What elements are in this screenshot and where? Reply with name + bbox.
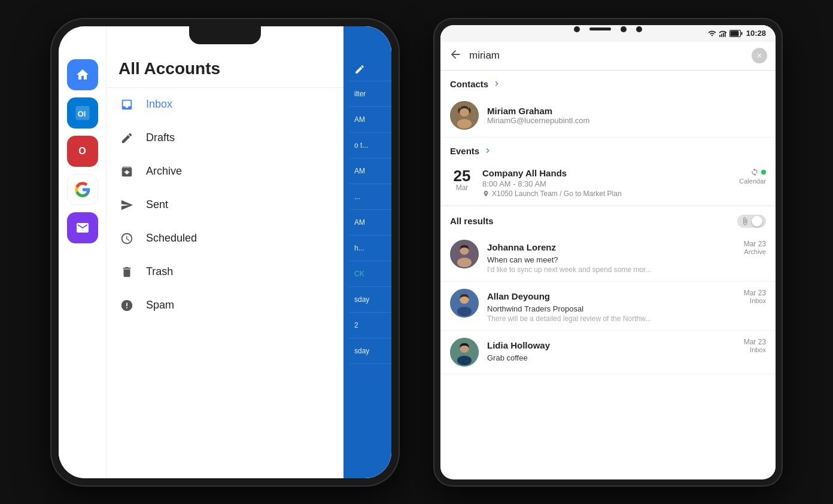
event-day: 25: [450, 168, 474, 184]
android-screen: 10:28 miriam Contacts: [440, 25, 776, 479]
status-icons: 10:28: [708, 29, 766, 38]
result-allan[interactable]: Allan Deyoung Mar 23 Inbox Northwind Tra…: [440, 282, 776, 331]
miriam-name: Miriam Graham: [487, 106, 589, 116]
rp-item9: 2: [349, 313, 391, 338]
allan-avatar: [450, 289, 479, 317]
svg-text:Ol: Ol: [77, 109, 86, 118]
rp-item1: AM: [349, 107, 391, 133]
svg-rect-3: [721, 33, 722, 36]
inbox-icon: [118, 96, 135, 113]
right-partial-panel: ilter AM o t... AM ... AM h... CK sday 2…: [343, 26, 391, 478]
allan-result-top: Allan Deyoung Mar 23 Inbox: [487, 289, 766, 304]
back-button[interactable]: [449, 48, 462, 64]
contacts-label: Contacts: [450, 79, 488, 89]
johanna-result-top: Johanna Lorenz Mar 23 Archive: [487, 240, 766, 255]
all-results-header: All results: [440, 206, 776, 233]
search-results: Contacts: [440, 71, 776, 478]
johanna-folder: Archive: [744, 248, 766, 255]
phones-container: Ol O: [51, 19, 782, 485]
sidebar-outlook-icon[interactable]: Ol: [67, 97, 98, 129]
iphone-screen: Ol O: [59, 26, 391, 478]
lidia-date: Mar 23: [744, 338, 766, 346]
miriam-avatar: [450, 101, 479, 130]
rp-item6: h...: [349, 236, 391, 261]
allan-date: Mar 23: [744, 289, 766, 297]
event-location: X1050 Launch Team / Go to Market Plan: [482, 190, 731, 198]
lidia-result-main: Lidia Holloway Mar 23 Inbox Grab coffee: [487, 338, 766, 362]
lidia-name: Lidia Holloway: [487, 340, 550, 350]
svg-point-20: [457, 356, 472, 365]
sidebar-home-icon[interactable]: [67, 59, 98, 90]
result-lidia[interactable]: Lidia Holloway Mar 23 Inbox Grab coffee: [440, 331, 776, 374]
sent-icon: [118, 197, 135, 213]
sidebar: Ol O: [59, 26, 107, 478]
event-calendar-label: Calendar: [739, 178, 766, 185]
android-device: 10:28 miriam Contacts: [434, 19, 782, 485]
iphone-notch: [189, 26, 261, 44]
svg-point-11: [457, 119, 472, 129]
contacts-section-header: Contacts: [440, 71, 776, 94]
svg-rect-8: [730, 30, 738, 36]
event-meta: Calendar: [739, 168, 766, 185]
miriam-info: Miriam Graham MiriamG@lucernepubintl.com: [487, 106, 589, 125]
spam-icon: [118, 297, 135, 314]
event-status-dot: [761, 170, 766, 175]
clear-search-button[interactable]: [752, 48, 767, 63]
johanna-preview: I'd like to sync up next week and spend …: [487, 265, 766, 274]
event-date: 25 Mar: [450, 168, 474, 192]
result-johanna[interactable]: Johanna Lorenz Mar 23 Archive When can w…: [440, 233, 776, 282]
johanna-subject: When can we meet?: [487, 255, 766, 264]
events-label: Events: [450, 146, 479, 156]
inbox-label: Inbox: [146, 98, 355, 111]
svg-point-17: [457, 307, 472, 316]
johanna-result-main: Johanna Lorenz Mar 23 Archive When can w…: [487, 240, 766, 274]
johanna-date: Mar 23: [744, 240, 766, 248]
events-section-header: Events: [440, 138, 776, 161]
allan-preview: There will be a detailed legal review of…: [487, 314, 766, 323]
toggle-knob: [752, 216, 762, 227]
lidia-subject: Grab coffee: [487, 353, 766, 362]
allan-subject: Northwind Traders Proposal: [487, 304, 766, 313]
rp-item7: CK: [349, 261, 391, 287]
lidia-avatar: [450, 338, 479, 366]
allan-result-main: Allan Deyoung Mar 23 Inbox Northwind Tra…: [487, 289, 766, 323]
svg-point-14: [457, 258, 472, 267]
rp-item10: sday: [349, 338, 391, 364]
svg-rect-7: [741, 32, 742, 35]
sidebar-google-icon[interactable]: [67, 174, 98, 205]
event-details: Company All Hands 8:00 AM - 8:30 AM X105…: [482, 168, 731, 198]
svg-rect-4: [723, 32, 724, 36]
drafts-icon: [118, 130, 135, 146]
event-company-all-hands[interactable]: 25 Mar Company All Hands 8:00 AM - 8:30 …: [440, 161, 776, 206]
time-display: 10:28: [746, 29, 766, 38]
allan-name: Allan Deyoung: [487, 291, 550, 301]
rp-item3: AM: [349, 158, 391, 184]
attachment-toggle[interactable]: [737, 215, 766, 228]
search-bar: miriam: [440, 42, 776, 71]
lidia-folder: Inbox: [744, 346, 766, 353]
all-accounts-title: All Accounts: [118, 59, 379, 78]
search-query[interactable]: miriam: [469, 50, 744, 62]
rp-item2: o t...: [349, 133, 391, 158]
sidebar-office-icon[interactable]: O: [67, 136, 98, 167]
rp-item5: AM: [349, 210, 391, 236]
svg-rect-5: [725, 32, 726, 37]
rp-filter: ilter: [349, 81, 391, 107]
johanna-avatar: [450, 240, 479, 268]
rp-item8: sday: [349, 287, 391, 313]
miriam-email: MiriamG@lucernepubintl.com: [487, 116, 589, 125]
scheduled-icon: [118, 230, 135, 247]
lidia-result-top: Lidia Holloway Mar 23 Inbox: [487, 338, 766, 353]
all-results-label: All results: [450, 216, 494, 226]
contact-miriam[interactable]: Miriam Graham MiriamG@lucernepubintl.com: [440, 94, 776, 138]
event-month: Mar: [450, 184, 474, 192]
archive-label: Archive: [146, 165, 355, 178]
event-title: Company All Hands: [482, 168, 731, 178]
svg-rect-2: [719, 35, 720, 37]
johanna-name: Johanna Lorenz: [487, 242, 556, 252]
event-time: 8:00 AM - 8:30 AM: [482, 179, 731, 188]
sidebar-mail-icon[interactable]: [67, 212, 98, 243]
event-location-text: X1050 Launch Team / Go to Market Plan: [492, 190, 622, 198]
iphone-device: Ol O: [51, 19, 399, 485]
allan-folder: Inbox: [744, 297, 766, 304]
